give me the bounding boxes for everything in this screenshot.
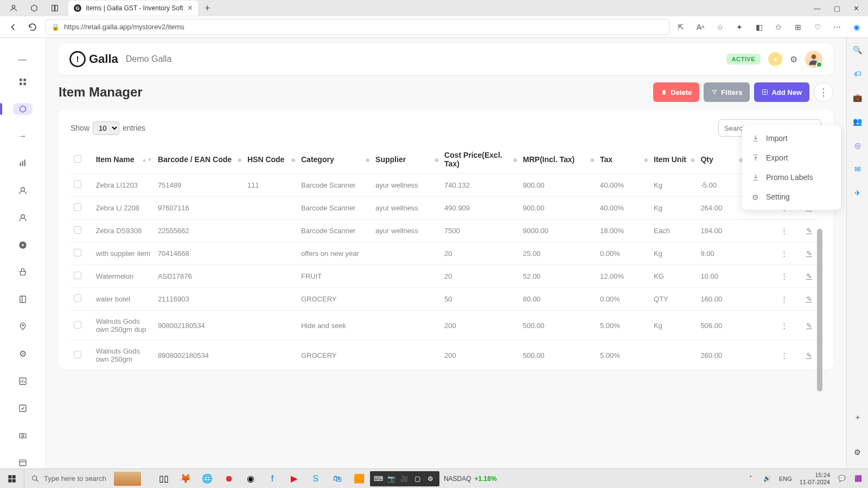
browser-tab-strip: G Items | Galla GST - Inventory Soft × +…	[0, 0, 868, 16]
tab-close-icon[interactable]: ×	[188, 3, 193, 13]
svg-rect-1	[52, 5, 55, 11]
tab-favicon-icon: G	[74, 4, 81, 12]
browser-tab[interactable]: G Items | Galla GST - Inventory Soft ×	[68, 1, 198, 16]
profile-icon[interactable]	[9, 3, 18, 13]
more-icon[interactable]: ⋯	[832, 22, 842, 32]
browser-address-bar: 🔒 https://retail.galla.app/mystorev2/ite…	[0, 16, 868, 38]
workspaces-icon[interactable]	[29, 3, 39, 13]
new-tab-button[interactable]: +	[205, 3, 210, 14]
window-close-icon[interactable]: ✕	[853, 4, 859, 12]
extension-icon[interactable]: ✦	[735, 22, 744, 32]
window-maximize-icon[interactable]: ▢	[834, 4, 840, 12]
split-screen-icon[interactable]: ◧	[754, 22, 764, 32]
tab-actions-icon[interactable]	[50, 3, 60, 13]
nav-refresh-icon[interactable]	[26, 21, 39, 34]
svg-rect-2	[55, 5, 58, 11]
tab-title: Items | Galla GST - Inventory Soft	[86, 4, 183, 12]
favorite-icon[interactable]: ☆	[715, 22, 725, 32]
copilot-icon[interactable]: ◉	[852, 22, 861, 32]
favorites-bar-icon[interactable]: ✩	[774, 22, 783, 32]
collections-icon[interactable]: ⊞	[793, 22, 803, 32]
svg-point-0	[12, 5, 15, 8]
downloads-icon[interactable]: ♡	[813, 22, 822, 32]
url-text: https://retail.galla.app/mystorev2/items	[64, 23, 184, 31]
url-input[interactable]: 🔒 https://retail.galla.app/mystorev2/ite…	[46, 19, 669, 35]
text-size-icon[interactable]: AA	[695, 22, 705, 32]
window-minimize-icon[interactable]: —	[814, 4, 821, 12]
nav-back-icon[interactable]	[7, 21, 20, 34]
open-external-icon[interactable]: ⇱	[676, 22, 686, 32]
lock-icon: 🔒	[52, 23, 60, 31]
